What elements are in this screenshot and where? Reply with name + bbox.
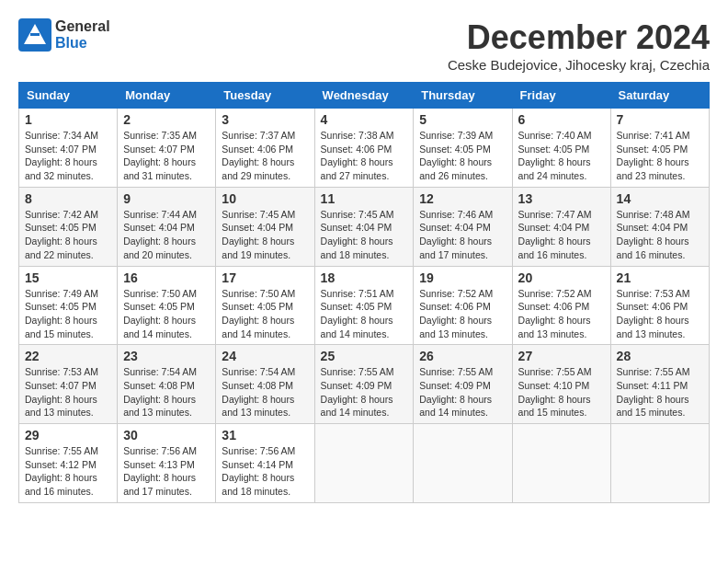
weekday-header: Tuesday [216,83,314,109]
weekday-header: Sunday [19,83,118,109]
day-info: Sunrise: 7:41 AMSunset: 4:05 PMDaylight:… [617,130,690,181]
day-number: 25 [321,349,408,363]
day-info: Sunrise: 7:48 AMSunset: 4:04 PMDaylight:… [617,209,690,260]
day-number: 9 [123,191,210,206]
day-number: 13 [518,191,605,206]
day-number: 30 [123,428,210,442]
calendar-cell: 2 Sunrise: 7:35 AMSunset: 4:07 PMDayligh… [118,109,216,188]
calendar-cell: 24 Sunrise: 7:54 AMSunset: 4:08 PMDaylig… [216,345,314,424]
day-info: Sunrise: 7:34 AMSunset: 4:07 PMDaylight:… [25,130,98,181]
calendar-cell: 10 Sunrise: 7:45 AMSunset: 4:04 PMDaylig… [216,187,314,266]
day-number: 21 [617,270,703,285]
day-info: Sunrise: 7:45 AMSunset: 4:04 PMDaylight:… [321,209,394,260]
calendar-cell [512,424,610,503]
calendar-cell: 30 Sunrise: 7:56 AMSunset: 4:13 PMDaylig… [118,424,216,503]
calendar-cell [610,424,709,503]
day-info: Sunrise: 7:50 AMSunset: 4:05 PMDaylight:… [123,288,197,339]
calendar-cell: 17 Sunrise: 7:50 AMSunset: 4:05 PMDaylig… [216,266,314,345]
day-number: 23 [123,349,210,363]
day-number: 14 [617,191,703,206]
svg-rect-2 [30,33,40,36]
weekday-header: Friday [512,83,610,109]
day-number: 28 [617,349,703,363]
day-number: 11 [321,191,408,206]
calendar-week: 8 Sunrise: 7:42 AMSunset: 4:05 PMDayligh… [19,187,710,266]
day-number: 1 [25,112,111,127]
day-info: Sunrise: 7:46 AMSunset: 4:04 PMDaylight:… [419,209,493,260]
calendar-cell: 13 Sunrise: 7:47 AMSunset: 4:04 PMDaylig… [512,187,610,266]
calendar-cell: 4 Sunrise: 7:38 AMSunset: 4:06 PMDayligh… [314,109,414,188]
day-number: 27 [518,349,605,363]
day-info: Sunrise: 7:55 AMSunset: 4:11 PMDaylight:… [617,366,690,418]
day-info: Sunrise: 7:38 AMSunset: 4:06 PMDaylight:… [321,130,394,181]
calendar-body: 1 Sunrise: 7:34 AMSunset: 4:07 PMDayligh… [19,109,710,503]
day-number: 10 [222,191,308,206]
day-info: Sunrise: 7:55 AMSunset: 4:10 PMDaylight:… [518,366,592,418]
calendar-cell: 26 Sunrise: 7:55 AMSunset: 4:09 PMDaylig… [414,345,512,424]
day-info: Sunrise: 7:55 AMSunset: 4:09 PMDaylight:… [321,366,394,418]
day-info: Sunrise: 7:45 AMSunset: 4:04 PMDaylight:… [222,209,295,260]
calendar-cell: 23 Sunrise: 7:54 AMSunset: 4:08 PMDaylig… [118,345,216,424]
day-number: 20 [518,270,605,285]
calendar-cell: 21 Sunrise: 7:53 AMSunset: 4:06 PMDaylig… [610,266,709,345]
day-info: Sunrise: 7:52 AMSunset: 4:06 PMDaylight:… [419,288,493,339]
calendar-cell [314,424,414,503]
day-info: Sunrise: 7:52 AMSunset: 4:06 PMDaylight:… [518,288,592,339]
weekday-header: Saturday [610,83,709,109]
day-info: Sunrise: 7:47 AMSunset: 4:04 PMDaylight:… [518,209,592,260]
logo-blue: Blue [55,35,110,52]
calendar-cell: 7 Sunrise: 7:41 AMSunset: 4:05 PMDayligh… [610,109,709,188]
day-number: 12 [419,191,506,206]
calendar-header: SundayMondayTuesdayWednesdayThursdayFrid… [19,83,710,109]
calendar-cell: 11 Sunrise: 7:45 AMSunset: 4:04 PMDaylig… [314,187,414,266]
day-info: Sunrise: 7:37 AMSunset: 4:06 PMDaylight:… [222,130,295,181]
calendar-cell: 27 Sunrise: 7:55 AMSunset: 4:10 PMDaylig… [512,345,610,424]
day-number: 15 [25,270,111,285]
calendar-cell: 14 Sunrise: 7:48 AMSunset: 4:04 PMDaylig… [610,187,709,266]
day-number: 26 [419,349,506,363]
day-number: 24 [222,349,308,363]
day-info: Sunrise: 7:35 AMSunset: 4:07 PMDaylight:… [123,130,197,181]
logo-icon [18,18,51,52]
calendar-cell: 12 Sunrise: 7:46 AMSunset: 4:04 PMDaylig… [414,187,512,266]
day-info: Sunrise: 7:54 AMSunset: 4:08 PMDaylight:… [123,366,197,418]
month-title: December 2024 [448,18,710,57]
calendar-cell: 8 Sunrise: 7:42 AMSunset: 4:05 PMDayligh… [19,187,118,266]
day-info: Sunrise: 7:39 AMSunset: 4:05 PMDaylight:… [419,130,493,181]
day-number: 7 [617,112,703,127]
calendar-cell: 28 Sunrise: 7:55 AMSunset: 4:11 PMDaylig… [610,345,709,424]
day-number: 8 [25,191,111,206]
day-info: Sunrise: 7:53 AMSunset: 4:07 PMDaylight:… [25,366,98,418]
day-number: 6 [518,112,605,127]
day-info: Sunrise: 7:50 AMSunset: 4:05 PMDaylight:… [222,288,295,339]
calendar-cell: 31 Sunrise: 7:56 AMSunset: 4:14 PMDaylig… [216,424,314,503]
day-number: 19 [419,270,506,285]
calendar-cell: 5 Sunrise: 7:39 AMSunset: 4:05 PMDayligh… [414,109,512,188]
day-number: 16 [123,270,210,285]
day-info: Sunrise: 7:42 AMSunset: 4:05 PMDaylight:… [25,209,98,260]
weekday-header: Thursday [414,83,512,109]
day-number: 17 [222,270,308,285]
calendar-cell [414,424,512,503]
calendar-cell: 22 Sunrise: 7:53 AMSunset: 4:07 PMDaylig… [19,345,118,424]
calendar-cell: 16 Sunrise: 7:50 AMSunset: 4:05 PMDaylig… [118,266,216,345]
calendar-cell: 25 Sunrise: 7:55 AMSunset: 4:09 PMDaylig… [314,345,414,424]
calendar-week: 15 Sunrise: 7:49 AMSunset: 4:05 PMDaylig… [19,266,710,345]
calendar-cell: 1 Sunrise: 7:34 AMSunset: 4:07 PMDayligh… [19,109,118,188]
day-info: Sunrise: 7:51 AMSunset: 4:05 PMDaylight:… [321,288,394,339]
calendar-week: 22 Sunrise: 7:53 AMSunset: 4:07 PMDaylig… [19,345,710,424]
calendar-week: 1 Sunrise: 7:34 AMSunset: 4:07 PMDayligh… [19,109,710,188]
calendar-week: 29 Sunrise: 7:55 AMSunset: 4:12 PMDaylig… [19,424,710,503]
day-info: Sunrise: 7:49 AMSunset: 4:05 PMDaylight:… [25,288,98,339]
day-number: 18 [321,270,408,285]
logo: General Blue [18,18,110,52]
calendar-cell: 9 Sunrise: 7:44 AMSunset: 4:04 PMDayligh… [118,187,216,266]
day-info: Sunrise: 7:56 AMSunset: 4:14 PMDaylight:… [222,445,295,497]
location-title: Ceske Budejovice, Jihocesky kraj, Czechi… [448,57,710,73]
day-number: 29 [25,428,111,442]
calendar-cell: 18 Sunrise: 7:51 AMSunset: 4:05 PMDaylig… [314,266,414,345]
day-info: Sunrise: 7:44 AMSunset: 4:04 PMDaylight:… [123,209,197,260]
day-number: 2 [123,112,210,127]
day-number: 4 [321,112,408,127]
day-info: Sunrise: 7:55 AMSunset: 4:12 PMDaylight:… [25,445,98,497]
